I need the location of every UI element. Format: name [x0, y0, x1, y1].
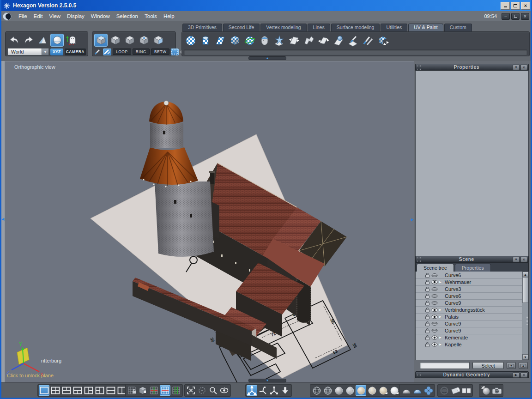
rectangle-select-icon[interactable] — [171, 48, 179, 55]
viewport-3d[interactable]: 262690353583972325336 — [5, 61, 414, 382]
eye-closed-icon[interactable] — [431, 321, 438, 326]
collapse-top-handle[interactable]: ▲ — [248, 56, 286, 60]
tab-uv-paint[interactable]: UV & Paint — [408, 24, 443, 31]
layout-quad-icon[interactable] — [50, 385, 60, 396]
shading-hiddenline-icon[interactable] — [322, 385, 333, 396]
smooth-dome-icon[interactable] — [412, 385, 423, 396]
manipulator-scale-icon[interactable] — [269, 385, 279, 396]
lock-icon[interactable] — [425, 307, 430, 313]
eye-closed-icon[interactable] — [431, 301, 438, 305]
eye-closed-icon[interactable] — [431, 294, 438, 298]
manipulator-move-icon[interactable] — [247, 385, 257, 396]
face-mapping-icon[interactable] — [258, 34, 272, 47]
eye-closed-icon[interactable] — [431, 328, 438, 333]
eye-open-icon[interactable] — [431, 280, 438, 284]
panel-grip-icon[interactable] — [417, 65, 421, 70]
expand-arrow-icon[interactable]: ▶ — [439, 343, 442, 346]
scrollbar-thumb[interactable] — [522, 277, 528, 303]
tab-surface-modeling[interactable]: Surface modeling — [331, 24, 380, 31]
select-object-cube-icon[interactable] — [94, 34, 108, 47]
window-minimize-button[interactable] — [501, 2, 510, 10]
two-panels-icon[interactable] — [461, 385, 472, 396]
chevron-down-icon[interactable]: ▼ — [42, 48, 48, 55]
lock-icon[interactable] — [425, 342, 430, 347]
paint-brushes-icon[interactable] — [361, 34, 375, 47]
unfold-plane-icon[interactable] — [287, 34, 301, 47]
eye-closed-icon[interactable] — [431, 273, 438, 278]
collapse-bottom-handle[interactable]: ▼ — [248, 379, 286, 382]
layout-one-left-two-right-icon[interactable] — [83, 385, 94, 396]
expand-arrow-icon[interactable]: ▶ — [439, 315, 442, 319]
uv-sphere-icon[interactable] — [184, 34, 198, 47]
shading-smooth-wire-icon[interactable] — [367, 385, 377, 396]
relax-uv-icon[interactable] — [302, 34, 316, 47]
tab-utilities[interactable]: Utilities — [381, 24, 407, 31]
shading-material-icon[interactable] — [389, 385, 399, 396]
eye-open-icon[interactable] — [431, 342, 438, 347]
grid-green-axes-icon[interactable] — [171, 385, 181, 396]
highlight-sphere-icon[interactable] — [480, 385, 491, 396]
grid-axes-icon[interactable] — [149, 385, 159, 396]
select-edges-cube-icon[interactable] — [123, 34, 136, 47]
drop-to-ground-icon[interactable] — [280, 385, 290, 396]
app-close-button[interactable]: × — [521, 13, 529, 20]
scene-tree-item[interactable]: ▶Verbindungsstück — [416, 307, 522, 314]
layout-one-top-two-bottom-icon[interactable] — [72, 385, 83, 396]
select-all-cube-icon[interactable] — [151, 34, 165, 47]
properties-panel-header[interactable]: Properties ▼ × — [415, 64, 529, 71]
backface-dome-icon[interactable] — [401, 385, 411, 396]
expand-arrow-icon[interactable]: ▶ — [439, 336, 442, 339]
scene-tree-item[interactable]: ▶Kapelle — [416, 341, 522, 348]
move-down-button[interactable]: ▼ — [507, 362, 516, 369]
select-button[interactable]: Select — [472, 362, 504, 369]
stretch-uv-icon[interactable] — [317, 34, 331, 47]
area-brush-icon[interactable] — [103, 48, 111, 55]
menu-item-window[interactable]: Window — [88, 12, 113, 20]
fit-scene-icon[interactable] — [186, 385, 196, 396]
layout-two-top-one-bottom-icon[interactable] — [61, 385, 72, 396]
scene-panel-header[interactable]: Scene ▼ × — [415, 256, 529, 263]
lock-icon[interactable] — [425, 286, 430, 292]
lock-icon[interactable] — [425, 321, 430, 326]
lock-icon[interactable] — [425, 328, 430, 333]
fit-selection-icon[interactable] — [197, 385, 207, 396]
menu-item-display[interactable]: Display — [64, 12, 88, 20]
tab-lines[interactable]: Lines — [308, 24, 330, 31]
tab-custom[interactable]: Custom — [444, 24, 472, 31]
cylinder-icon[interactable] — [450, 385, 460, 396]
scene-tree-item[interactable]: ▶Curve6 — [416, 272, 522, 279]
unfold-star-icon[interactable] — [272, 34, 286, 47]
eye-open-icon[interactable] — [431, 308, 438, 312]
lock-icon[interactable] — [425, 300, 430, 306]
eye-open-icon[interactable] — [431, 314, 438, 319]
plane-tool-icon[interactable] — [36, 34, 49, 47]
scene-tree-item[interactable]: ▶Kemenate — [416, 334, 522, 341]
grid-on-icon[interactable] — [160, 385, 170, 396]
snapshot-camera-icon[interactable] — [491, 385, 502, 396]
pin-uv-icon[interactable] — [332, 34, 345, 47]
plane-lock-hint[interactable]: Click to unlock plane — [7, 373, 54, 378]
soft-selection-brush-icon[interactable] — [94, 48, 102, 55]
betw-button[interactable]: BETW — [151, 48, 170, 55]
menu-item-view[interactable]: View — [46, 12, 64, 20]
scene-search-input[interactable] — [420, 362, 470, 369]
loop-button[interactable]: LOOP — [113, 48, 131, 55]
camera-button[interactable]: CAMERA — [65, 48, 86, 55]
zoom-icon[interactable] — [208, 385, 218, 396]
scene-tree-item[interactable]: ▶Curve6 — [416, 293, 522, 300]
left-edge-strip[interactable]: ◀ — [1, 61, 5, 382]
app-minimize-button[interactable]: – — [502, 13, 510, 20]
shading-wireframe-icon[interactable] — [311, 385, 322, 396]
scene-tree-item[interactable]: ▶Palais — [416, 314, 522, 320]
tab-3d-primitives[interactable]: 3D Primitives — [182, 24, 222, 31]
ghost-mode-icon[interactable] — [65, 34, 78, 47]
xyz-button[interactable]: XYZ — [50, 48, 63, 55]
select-faces-cube-icon[interactable] — [137, 34, 151, 47]
uv-transform-icon[interactable] — [376, 34, 390, 47]
app-maximize-button[interactable] — [511, 13, 520, 20]
lock-icon[interactable] — [425, 272, 430, 278]
menu-item-selection[interactable]: Selection — [113, 12, 141, 20]
shading-flat-wire-icon[interactable] — [345, 385, 355, 396]
scroll-up-icon[interactable]: ▲ — [522, 272, 528, 277]
panel-close-icon[interactable]: × — [520, 372, 527, 378]
